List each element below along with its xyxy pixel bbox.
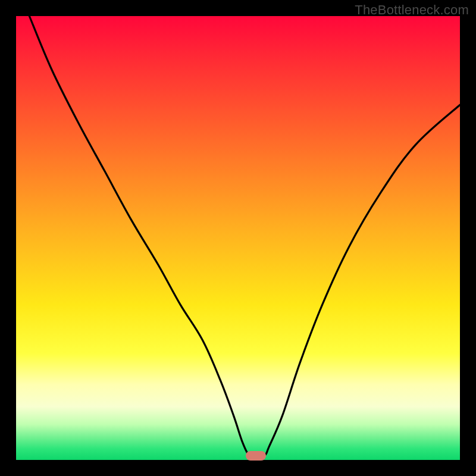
watermark-text: TheBottleneck.com (355, 2, 469, 18)
optimum-marker (246, 451, 266, 461)
chart-frame: TheBottleneck.com (0, 0, 476, 476)
bottleneck-curve (16, 16, 460, 460)
chart-plot-area (16, 16, 460, 460)
curve-path (29, 16, 460, 456)
